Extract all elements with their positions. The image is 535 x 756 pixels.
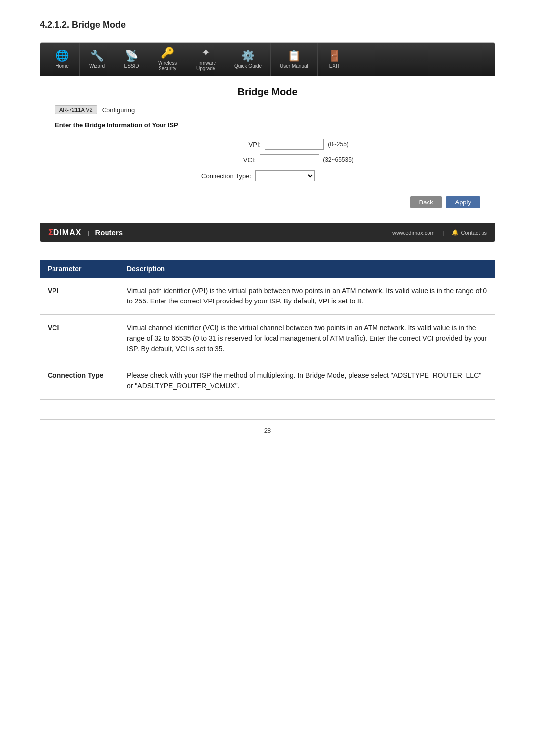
vpi-hint: (0~255) (328, 141, 349, 148)
nav-label-user-manual: User Manual (280, 63, 308, 69)
param-name: Connection Type (40, 362, 119, 400)
nav-item-quick-guide[interactable]: ⚙️ Quick Guide (225, 43, 271, 76)
nav-label-quick-guide: Quick Guide (234, 63, 262, 69)
table-row: Connection TypePlease check with your IS… (40, 362, 495, 400)
connection-type-select[interactable]: ADSLTYPE_ROUTER_LLC ADSLTYPE_ROUTER_VCMU… (255, 170, 315, 181)
exit-icon: 🚪 (328, 50, 341, 61)
back-button[interactable]: Back (410, 196, 442, 208)
configuring-text: Configuring (102, 106, 135, 114)
apply-button[interactable]: Apply (446, 196, 480, 208)
vci-label: VCI: (181, 156, 256, 164)
table-row: VCIVirtual channel identifier (VCI) is t… (40, 315, 495, 362)
nav-bar: 🌐 Home 🔧 Wizard 📡 ESSID 🔑 WirelessSecuri… (40, 43, 495, 76)
nav-item-firmware[interactable]: ✦ FirmwareUpgrade (186, 43, 225, 76)
vci-row: VCI: (32~65535) (55, 154, 480, 165)
footer-bar: ΣDIMAX | Routers www.edimax.com | 🔔 Cont… (40, 223, 495, 242)
security-icon: 🔑 (161, 48, 174, 58)
footer-routers-text: Routers (95, 228, 123, 237)
vpi-label: VPI: (186, 141, 261, 148)
nav-item-exit[interactable]: 🚪 EXIT (318, 43, 352, 76)
connection-type-row: Connection Type: ADSLTYPE_ROUTER_LLC ADS… (55, 170, 480, 181)
nav-label-firmware: FirmwareUpgrade (195, 60, 216, 71)
nav-label-security: WirelessSecurity (158, 60, 177, 71)
vpi-input[interactable] (265, 139, 324, 150)
param-description: Please check with your ISP the method of… (119, 362, 495, 400)
isp-info-text: Enter the Bridge Information of Your ISP (55, 121, 480, 129)
table-row: VPIVirtual path identifier (VPI) is the … (40, 278, 495, 315)
quick-guide-icon: ⚙️ (241, 50, 255, 61)
section-title: 4.2.1.2. Bridge Mode (40, 20, 495, 30)
footer-logo: ΣDIMAX | Routers (48, 227, 123, 238)
param-name: VPI (40, 278, 119, 315)
edimax-logo-text: DIMAX (54, 228, 82, 237)
contact-icon: 🔔 (452, 229, 459, 236)
vci-hint: (32~65535) (323, 156, 354, 163)
home-icon: 🌐 (55, 50, 69, 61)
column-header-description: Description (119, 260, 495, 278)
vpi-row: VPI: (0~255) (55, 139, 480, 150)
vci-input[interactable] (260, 154, 319, 165)
nav-label-home: Home (55, 63, 69, 69)
essid-icon: 📡 (125, 50, 138, 61)
footer-website: www.edimax.com (392, 230, 435, 236)
param-description: Virtual path identifier (VPI) is the vir… (119, 278, 495, 315)
bridge-mode-title: Bridge Mode (55, 86, 480, 98)
nav-label-exit: EXIT (329, 63, 340, 69)
nav-label-essid: ESSID (124, 63, 139, 69)
parameter-table: Parameter Description VPIVirtual path id… (40, 260, 495, 400)
page-footer: 28 (40, 419, 495, 434)
param-name: VCI (40, 315, 119, 362)
footer-right: www.edimax.com | 🔔 Contact us (392, 229, 487, 236)
edimax-sigma-icon: Σ (48, 227, 54, 238)
user-manual-icon: 📋 (287, 50, 301, 61)
contact-text: Contact us (461, 230, 487, 236)
nav-item-essid[interactable]: 📡 ESSID (114, 43, 149, 76)
device-row: AR-7211A V2 Configuring (55, 105, 480, 114)
page-number: 28 (264, 427, 271, 434)
param-description: Virtual channel identifier (VCI) is the … (119, 315, 495, 362)
content-area: Bridge Mode AR-7211A V2 Configuring Ente… (40, 76, 495, 223)
nav-label-wizard: Wizard (89, 63, 105, 69)
nav-item-user-manual[interactable]: 📋 User Manual (271, 43, 318, 76)
router-frame: 🌐 Home 🔧 Wizard 📡 ESSID 🔑 WirelessSecuri… (40, 42, 495, 242)
column-header-parameter: Parameter (40, 260, 119, 278)
nav-item-wireless-security[interactable]: 🔑 WirelessSecurity (149, 43, 186, 76)
firmware-icon: ✦ (201, 48, 210, 58)
button-row: Back Apply (55, 196, 480, 213)
nav-item-home[interactable]: 🌐 Home (45, 43, 80, 76)
nav-item-wizard[interactable]: 🔧 Wizard (80, 43, 114, 76)
wizard-icon: 🔧 (90, 50, 104, 61)
device-tag: AR-7211A V2 (55, 105, 97, 114)
footer-contact[interactable]: 🔔 Contact us (452, 229, 487, 236)
table-header-row: Parameter Description (40, 260, 495, 278)
connection-type-label: Connection Type: (177, 172, 251, 180)
